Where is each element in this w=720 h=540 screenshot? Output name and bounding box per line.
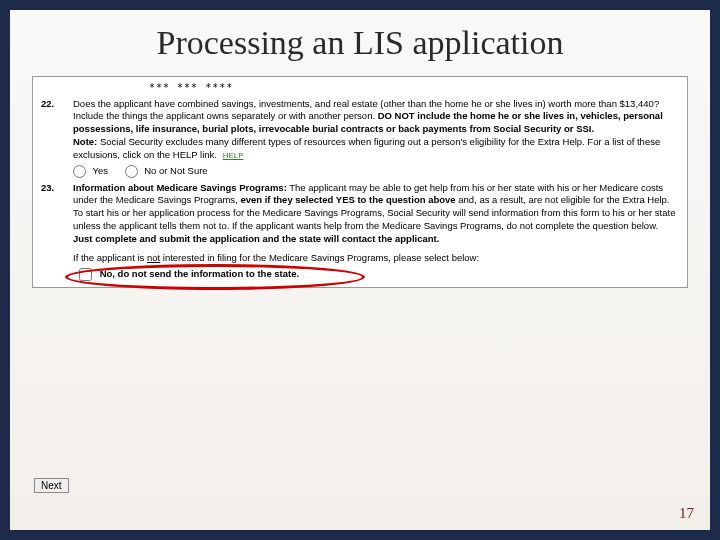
q22-body: Does the applicant have combined savings… (73, 98, 681, 178)
q22-yes-text: Yes (92, 165, 108, 176)
q23-not-underline: not (147, 252, 160, 263)
q23-checkbox-line: No, do not send the information to the s… (73, 268, 299, 281)
q22-number: 22. (39, 98, 73, 111)
slide-title: Processing an LIS application (10, 10, 710, 70)
question-23: 23. Information about Medicare Savings P… (39, 182, 681, 246)
q23-sub-block: If the applicant is not interested in fi… (73, 252, 681, 282)
q23-bold1: even if they selected YES to the questio… (240, 194, 455, 205)
q22-radio-group: Yes No or Not Sure (73, 165, 677, 178)
q22-yes-radio[interactable] (73, 165, 86, 178)
q22-note-label: Note: (73, 136, 97, 147)
q23-body: Information about Medicare Savings Progr… (73, 182, 681, 246)
help-link[interactable]: HELP (223, 151, 244, 160)
masked-field: *** *** **** (39, 81, 681, 95)
page-number: 17 (679, 505, 694, 522)
q23-subintro1: If the applicant is (73, 252, 147, 263)
no-send-checkbox[interactable] (79, 268, 92, 281)
next-button[interactable]: Next (34, 478, 69, 493)
q22-note-text: Social Security excludes many different … (73, 136, 660, 160)
q22-no-text: No or Not Sure (144, 165, 207, 176)
no-send-label: No, do not send the information to the s… (100, 268, 300, 279)
q22-no-label[interactable]: No or Not Sure (125, 165, 208, 176)
question-22: 22. Does the applicant have combined sav… (39, 98, 681, 178)
q22-yes-label[interactable]: Yes (73, 165, 111, 176)
q22-no-radio[interactable] (125, 165, 138, 178)
form-panel: *** *** **** 22. Does the applicant have… (32, 76, 688, 288)
q23-number: 23. (39, 182, 73, 195)
q23-bold2: Just complete and submit the application… (73, 233, 439, 244)
q23-heading: Information about Medicare Savings Progr… (73, 182, 287, 193)
q23-subintro2: interested in filing for the Medicare Sa… (163, 252, 479, 263)
